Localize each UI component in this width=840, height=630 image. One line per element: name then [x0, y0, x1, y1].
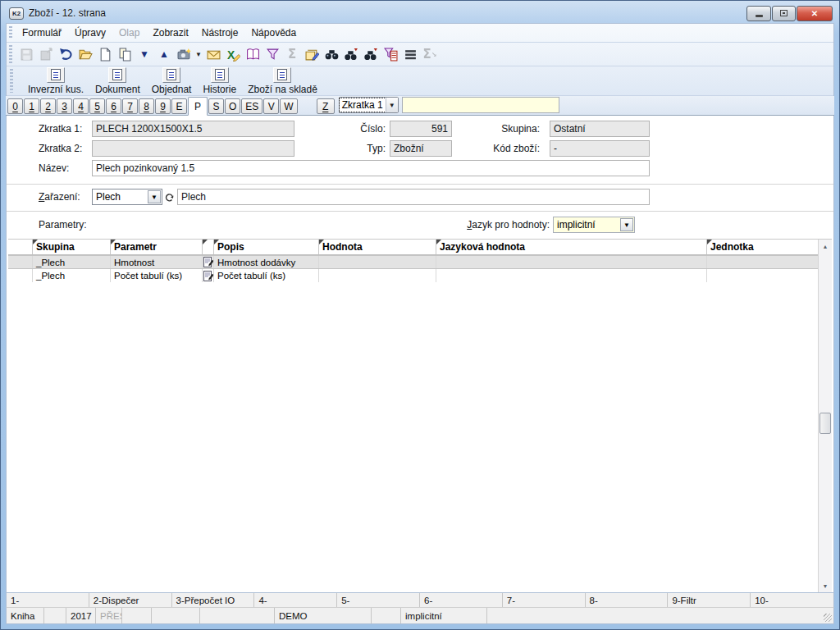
cislo-field[interactable]: 591 — [390, 121, 452, 137]
header-jednotka[interactable]: Jednotka — [707, 240, 818, 254]
skupina-field[interactable]: Ostatní — [550, 121, 650, 137]
kod-zbozi-field[interactable]: - — [550, 140, 650, 157]
table-row[interactable]: _Plech Počet tabulí (ks) Počet tabulí (k… — [8, 269, 818, 282]
scroll-down-icon[interactable]: ▼ — [819, 579, 832, 592]
tab-8[interactable]: 8 — [139, 98, 154, 114]
header-hodnota[interactable]: Hodnota — [319, 240, 436, 254]
scroll-up-icon[interactable]: ▲ — [819, 240, 832, 253]
send-mail-icon[interactable] — [204, 45, 222, 63]
tab-5[interactable]: 5 — [89, 98, 105, 114]
chevron-down-icon[interactable]: ▼ — [620, 218, 633, 231]
tab-1[interactable]: 1 — [24, 98, 39, 114]
move-down-icon[interactable]: ▼ — [135, 45, 153, 63]
tab-w[interactable]: W — [280, 98, 297, 114]
toolbar-grip[interactable] — [9, 45, 12, 63]
menubar-grip[interactable] — [9, 26, 12, 39]
move-up-icon[interactable]: ▲ — [155, 45, 173, 63]
inverzni-kus-button[interactable]: Inverzní kus. — [28, 67, 84, 95]
header-popis[interactable]: Popis — [214, 240, 319, 254]
tab-e[interactable]: E — [171, 98, 187, 114]
z-button[interactable]: Z — [317, 98, 335, 114]
new-document-icon[interactable] — [96, 45, 114, 63]
quick-search-input[interactable] — [402, 97, 559, 113]
cell-jednotka[interactable] — [707, 256, 818, 268]
scrollbar-track[interactable] — [819, 253, 832, 579]
menu-zobrazit[interactable]: Zobrazit — [146, 25, 194, 41]
resize-grip[interactable] — [824, 614, 832, 622]
vertical-scrollbar[interactable]: ▲ ▼ — [818, 240, 832, 592]
cell-hodnota[interactable] — [319, 256, 436, 268]
fkey-1[interactable]: 1- — [7, 593, 89, 607]
tab-3[interactable]: 3 — [57, 98, 72, 114]
jazyk-pro-hodnoty-combo[interactable]: implicitní ▼ — [553, 217, 635, 233]
edit-document-icon[interactable] — [303, 45, 321, 63]
scrollbar-thumb[interactable] — [819, 413, 831, 434]
tab-7[interactable]: 7 — [122, 98, 138, 114]
cell-popis[interactable]: Počet tabulí (ks) — [214, 269, 319, 282]
tab-p-active[interactable]: P — [188, 97, 208, 116]
historie-button[interactable]: Historie — [203, 67, 236, 95]
snapshot-icon[interactable] — [175, 45, 193, 63]
cell-jednotka[interactable] — [707, 269, 818, 282]
zkratka2-field[interactable] — [92, 140, 294, 157]
edit-note-icon[interactable] — [203, 269, 214, 282]
cell-skupina[interactable]: _Plech — [33, 269, 111, 282]
row-selector-cell[interactable] — [8, 269, 33, 282]
row-selector-cell[interactable] — [8, 256, 33, 268]
typ-field[interactable]: Zbožní — [390, 140, 452, 157]
cell-parametr[interactable]: Hmotnost — [111, 256, 203, 268]
nazev-field[interactable]: Plech pozinkovaný 1.5 — [92, 160, 650, 176]
fkey-6[interactable]: 6- — [420, 593, 503, 607]
maximize-button[interactable] — [772, 6, 796, 21]
zarazeni-path-field[interactable]: Plech — [177, 189, 650, 205]
tab-v[interactable]: V — [263, 98, 279, 114]
search-field-selector[interactable]: Zkratka 1 ▼ — [339, 97, 399, 113]
table-row[interactable]: _Plech Hmotnost Hmotnost dodávky — [8, 255, 818, 269]
filter-icon[interactable] — [263, 45, 281, 63]
actionbar-grip[interactable] — [10, 69, 13, 93]
tab-9[interactable]: 9 — [155, 98, 171, 114]
edit-note-icon[interactable] — [203, 256, 214, 268]
header-skupina[interactable]: Skupina — [33, 240, 111, 254]
find-next-icon[interactable] — [342, 45, 360, 63]
tab-6[interactable]: 6 — [106, 98, 121, 114]
cell-jazykova[interactable] — [436, 256, 707, 268]
cell-jazykova[interactable] — [436, 269, 707, 282]
cell-hodnota[interactable] — [319, 269, 436, 282]
undo-icon[interactable] — [57, 45, 75, 63]
fkey-4[interactable]: 4- — [254, 593, 337, 607]
tab-o[interactable]: O — [225, 98, 240, 114]
tab-2[interactable]: 2 — [40, 98, 56, 114]
snapshot-dropdown-icon[interactable]: ▼ — [194, 45, 203, 63]
cell-parametr[interactable]: Počet tabulí (ks) — [111, 269, 203, 282]
header-jazykova-hodnota[interactable]: Jazyková hodnota — [436, 240, 707, 254]
fkey-8[interactable]: 8- — [586, 593, 669, 607]
chevron-down-icon[interactable]: ▼ — [148, 190, 161, 203]
fkey-3[interactable]: 3-Přepočet IO — [172, 593, 255, 607]
fkey-10[interactable]: 10- — [751, 593, 833, 607]
tab-0[interactable]: 0 — [7, 98, 23, 114]
find-icon[interactable] — [322, 45, 340, 63]
cell-skupina[interactable]: _Plech — [33, 256, 111, 268]
header-parametr[interactable]: Parametr — [111, 240, 203, 254]
history-rotate-icon[interactable] — [164, 190, 176, 203]
filter-document-icon[interactable] — [381, 45, 399, 63]
open-icon[interactable] — [76, 45, 94, 63]
menu-formular[interactable]: Formulář — [16, 25, 68, 41]
tab-4[interactable]: 4 — [73, 98, 89, 114]
zbozi-na-sklade-button[interactable]: Zboží na skladě — [248, 67, 317, 95]
chevron-down-icon[interactable]: ▼ — [386, 98, 398, 112]
zkratka1-field[interactable]: PLECH 1200X1500X1.5 — [92, 121, 294, 137]
fkey-9[interactable]: 9-Filtr — [668, 593, 751, 607]
minimize-button[interactable] — [746, 6, 771, 21]
tab-s[interactable]: S — [208, 98, 224, 114]
fkey-5[interactable]: 5- — [337, 593, 420, 607]
find-previous-icon[interactable] — [362, 45, 380, 63]
book-icon[interactable] — [244, 45, 262, 63]
menu-napoveda[interactable]: Nápověda — [244, 25, 303, 41]
menu-nastroje[interactable]: Nástroje — [195, 25, 245, 41]
fkey-7[interactable]: 7- — [503, 593, 586, 607]
fkey-2[interactable]: 2-Dispečer — [89, 593, 172, 607]
export-excel-icon[interactable]: X — [224, 45, 242, 63]
tab-es[interactable]: ES — [241, 98, 262, 114]
